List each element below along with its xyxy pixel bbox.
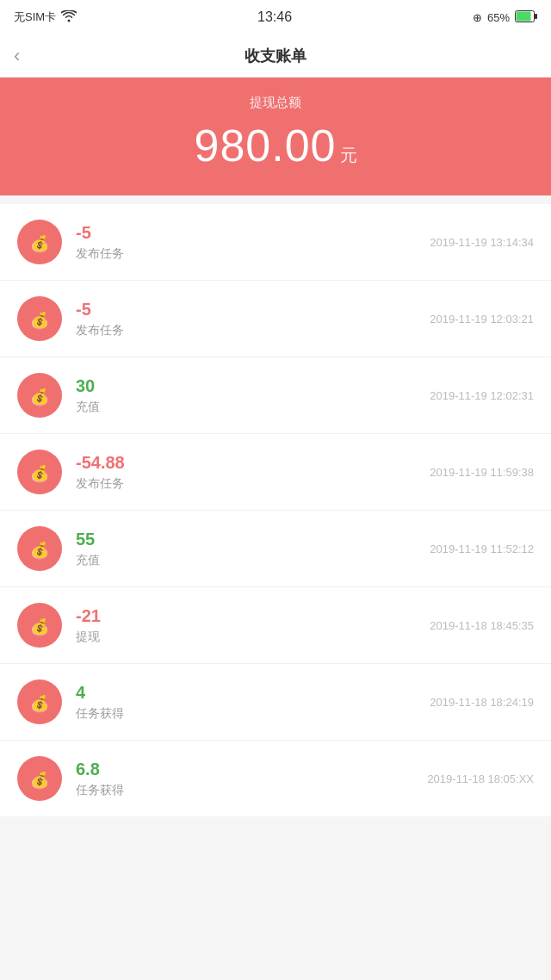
tx-info: -5 发布任务 <box>76 300 430 338</box>
money-bag-icon: 💰 <box>28 307 52 331</box>
svg-text:💰: 💰 <box>31 617 49 636</box>
transaction-item: 💰 4 任务获得 2019-11-18 18:24:19 <box>0 664 551 741</box>
status-time: 13:46 <box>257 9 292 25</box>
tx-icon-wrap: 💰 <box>17 679 62 724</box>
nav-bar: ‹ 收支账单 <box>0 34 551 78</box>
money-bag-icon: 💰 <box>28 690 52 714</box>
tx-date: 2019-11-18 18:45:35 <box>430 619 534 632</box>
status-bar: 无SIM卡 13:46 ⊕ 65% <box>0 0 551 34</box>
tx-icon-wrap: 💰 <box>17 756 62 801</box>
svg-text:💰: 💰 <box>31 388 49 406</box>
svg-text:💰: 💰 <box>31 464 49 482</box>
svg-rect-2 <box>535 14 537 19</box>
tx-info: 4 任务获得 <box>76 683 430 722</box>
money-bag-icon: 💰 <box>28 383 52 407</box>
summary-label: 提现总额 <box>0 95 551 111</box>
svg-text:💰: 💰 <box>31 771 49 789</box>
tx-desc: 任务获得 <box>76 706 430 722</box>
tx-desc: 发布任务 <box>76 323 430 338</box>
svg-text:💰: 💰 <box>31 234 49 252</box>
status-left: 无SIM卡 <box>14 9 77 25</box>
tx-info: 55 充值 <box>76 530 430 568</box>
tx-amount: 4 <box>76 683 430 703</box>
wifi-icon <box>61 10 77 25</box>
tx-amount: -21 <box>76 606 430 626</box>
tx-icon-wrap: 💰 <box>17 220 62 264</box>
money-bag-icon: 💰 <box>28 537 52 561</box>
tx-info: -54.88 发布任务 <box>76 453 430 492</box>
tx-amount: -5 <box>76 223 430 243</box>
money-bag-icon: 💰 <box>28 766 52 791</box>
tx-desc: 充值 <box>76 553 430 568</box>
tx-amount: -54.88 <box>76 453 430 473</box>
tx-date: 2019-11-19 11:52:12 <box>430 543 534 555</box>
tx-amount: 30 <box>76 376 430 396</box>
svg-rect-1 <box>516 11 530 21</box>
tx-desc: 发布任务 <box>76 476 430 492</box>
transaction-item: 💰 6.8 任务获得 2019-11-18 18:05:XX <box>0 741 551 816</box>
transaction-item: 💰 -21 提现 2019-11-18 18:45:35 <box>0 587 551 664</box>
tx-desc: 提现 <box>76 630 430 645</box>
tx-date: 2019-11-19 13:14:34 <box>430 236 534 249</box>
transaction-item: 💰 30 充值 2019-11-19 12:02:31 <box>0 357 551 434</box>
summary-unit: 元 <box>340 144 357 167</box>
sim-label: 无SIM卡 <box>14 9 56 25</box>
tx-date: 2019-11-19 12:02:31 <box>430 389 534 402</box>
tx-date: 2019-11-18 18:05:XX <box>427 772 534 785</box>
transaction-list: 💰 -5 发布任务 2019-11-19 13:14:34 💰 -5 发布任务 … <box>0 204 551 816</box>
tx-info: 6.8 任务获得 <box>76 760 427 798</box>
svg-text:💰: 💰 <box>31 311 49 329</box>
transaction-item: 💰 -5 发布任务 2019-11-19 13:14:34 <box>0 204 551 281</box>
tx-icon-wrap: 💰 <box>17 296 62 341</box>
tx-amount: 6.8 <box>76 760 427 779</box>
tx-date: 2019-11-18 18:24:19 <box>430 696 534 709</box>
tx-date: 2019-11-19 12:03:21 <box>430 313 534 326</box>
tx-desc: 充值 <box>76 400 430 415</box>
alarm-icon: ⊕ <box>473 11 482 24</box>
svg-text:💰: 💰 <box>31 694 49 712</box>
tx-info: 30 充值 <box>76 376 430 415</box>
tx-amount: 55 <box>76 530 430 549</box>
battery-icon <box>515 10 537 25</box>
transaction-item: 💰 55 充值 2019-11-19 11:52:12 <box>0 511 551 587</box>
tx-date: 2019-11-19 11:59:38 <box>430 466 534 479</box>
summary-banner: 提现总额 980.00 元 <box>0 78 551 195</box>
tx-icon-wrap: 💰 <box>17 526 62 571</box>
tx-info: -5 发布任务 <box>76 223 430 262</box>
money-bag-icon: 💰 <box>28 230 52 254</box>
transaction-item: 💰 -5 发布任务 2019-11-19 12:03:21 <box>0 281 551 357</box>
tx-icon-wrap: 💰 <box>17 450 62 494</box>
status-right: ⊕ 65% <box>473 10 537 25</box>
page-title: 收支账单 <box>245 46 306 66</box>
tx-desc: 任务获得 <box>76 783 427 798</box>
money-bag-icon: 💰 <box>28 460 52 484</box>
transaction-item: 💰 -54.88 发布任务 2019-11-19 11:59:38 <box>0 434 551 511</box>
tx-desc: 发布任务 <box>76 246 430 262</box>
summary-amount: 980.00 <box>194 120 336 171</box>
battery-percent: 65% <box>487 11 510 24</box>
tx-icon-wrap: 💰 <box>17 603 62 648</box>
money-bag-icon: 💰 <box>28 613 52 637</box>
back-button[interactable]: ‹ <box>14 45 20 67</box>
tx-icon-wrap: 💰 <box>17 373 62 418</box>
tx-info: -21 提现 <box>76 606 430 645</box>
tx-amount: -5 <box>76 300 430 319</box>
svg-text:💰: 💰 <box>31 541 49 559</box>
